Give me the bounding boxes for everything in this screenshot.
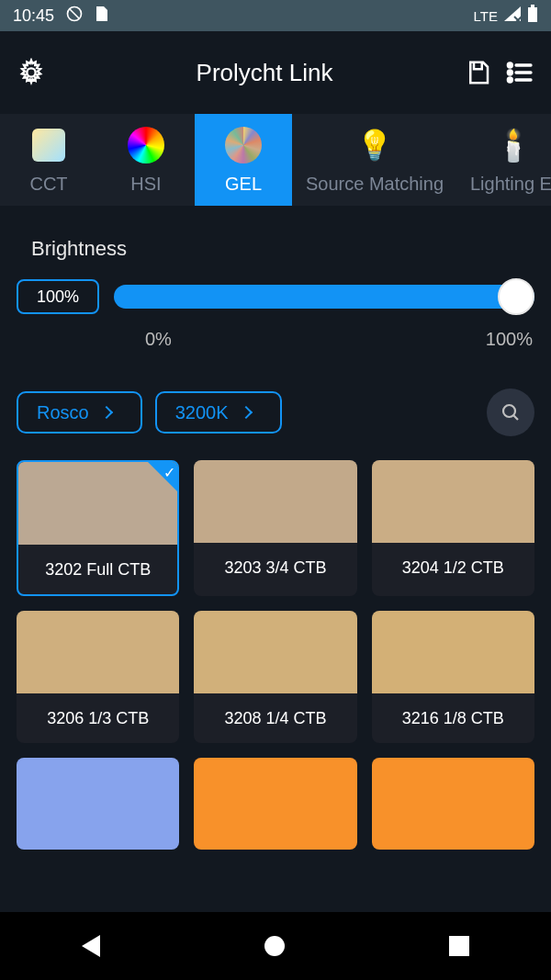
gel-card[interactable] — [372, 758, 534, 850]
tab-cct[interactable]: CCT — [0, 114, 97, 206]
temperature-filter[interactable]: 3200K — [155, 391, 282, 434]
temp-label: 3200K — [175, 402, 229, 423]
slider-thumb[interactable] — [498, 278, 534, 315]
svg-point-11 — [508, 78, 512, 82]
tab-label: Source Matching — [306, 174, 444, 195]
tab-label: CCT — [29, 174, 67, 195]
tab-source-matching[interactable]: 💡 Source Matching — [292, 114, 457, 206]
gel-icon — [224, 126, 263, 164]
gel-swatch — [17, 611, 179, 693]
gel-card[interactable] — [17, 758, 179, 850]
signal-icon — [503, 6, 522, 27]
tab-label: GEL — [225, 174, 262, 195]
nav-home-button[interactable] — [264, 936, 285, 956]
gel-card[interactable]: ✓ 3202 Full CTB — [17, 460, 179, 596]
search-button[interactable] — [487, 389, 534, 436]
sd-card-icon — [95, 5, 109, 28]
gel-label: 3202 Full CTB — [18, 545, 177, 594]
gel-label: 3204 1/2 CTB — [372, 543, 534, 592]
gel-swatch — [194, 758, 356, 850]
android-nav-bar — [0, 912, 551, 980]
svg-point-6 — [27, 68, 35, 76]
hsi-icon — [127, 126, 165, 164]
tab-label: HSI — [130, 174, 161, 195]
settings-button[interactable] — [17, 58, 46, 87]
gel-swatch — [194, 460, 356, 543]
brightness-value-pill[interactable]: 100% — [17, 279, 99, 314]
brightness-slider[interactable] — [114, 285, 534, 309]
battery-icon — [527, 5, 538, 28]
network-label: LTE — [474, 8, 498, 24]
save-button[interactable] — [465, 59, 492, 86]
status-time: 10:45 — [13, 6, 54, 26]
gel-swatch — [194, 611, 356, 693]
cct-icon — [29, 126, 68, 164]
gel-label: 3203 3/4 CTB — [194, 543, 356, 592]
svg-point-9 — [508, 71, 512, 74]
svg-line-14 — [513, 415, 518, 420]
no-disturb-icon — [65, 5, 84, 28]
slider-min-label: 0% — [145, 329, 172, 350]
page-title: Prolycht Link — [77, 59, 452, 87]
gel-card[interactable]: 3206 1/3 CTB — [17, 611, 179, 743]
svg-rect-5 — [531, 5, 534, 7]
svg-point-7 — [508, 63, 512, 67]
gel-swatch — [372, 460, 534, 543]
svg-rect-4 — [528, 7, 537, 22]
gel-card[interactable] — [194, 758, 356, 850]
gel-swatch — [17, 758, 179, 850]
gel-card[interactable]: 3216 1/8 CTB — [372, 611, 534, 743]
gel-label: 3206 1/3 CTB — [17, 693, 179, 743]
tab-label: Lighting Ef — [470, 174, 551, 195]
chevron-right-icon — [100, 406, 113, 419]
brightness-control: 100% — [17, 279, 534, 314]
candle-icon: 🕯️ — [494, 126, 533, 164]
brightness-title: Brightness — [31, 237, 534, 261]
tab-gel[interactable]: GEL — [195, 114, 292, 206]
menu-button[interactable] — [505, 58, 534, 87]
nav-back-button[interactable] — [82, 935, 100, 957]
svg-line-1 — [70, 9, 79, 18]
bulb-icon: 💡 — [355, 126, 394, 164]
gel-swatch — [372, 758, 534, 850]
brightness-value: 100% — [37, 287, 79, 307]
check-icon: ✓ — [163, 464, 175, 481]
gel-card[interactable]: 3203 3/4 CTB — [194, 460, 356, 596]
nav-recent-button[interactable] — [449, 936, 469, 956]
gel-swatch — [372, 611, 534, 693]
filter-row: Rosco 3200K — [17, 389, 534, 436]
brand-label: Rosco — [37, 402, 89, 423]
brand-filter[interactable]: Rosco — [17, 391, 142, 434]
gel-card[interactable]: 3208 1/4 CTB — [194, 611, 356, 743]
slider-max-label: 100% — [486, 329, 533, 350]
chevron-right-icon — [239, 406, 252, 419]
gel-grid: ✓ 3202 Full CTB 3203 3/4 CTB 3204 1/2 CT… — [17, 460, 534, 850]
gel-label: 3208 1/4 CTB — [194, 693, 356, 743]
mode-tabs: CCT HSI GEL 💡 Source Matching 🕯️ Lightin… — [0, 114, 551, 206]
gel-label: 3216 1/8 CTB — [372, 693, 534, 743]
app-header: Prolycht Link — [0, 31, 551, 114]
content-area: Brightness 100% 0% 100% Rosco 3200K ✓ — [0, 206, 551, 850]
gel-card[interactable]: 3204 1/2 CTB — [372, 460, 534, 596]
tab-lighting-effects[interactable]: 🕯️ Lighting Ef — [457, 114, 551, 206]
status-bar: 10:45 LTE — [0, 0, 551, 31]
tab-hsi[interactable]: HSI — [97, 114, 195, 206]
